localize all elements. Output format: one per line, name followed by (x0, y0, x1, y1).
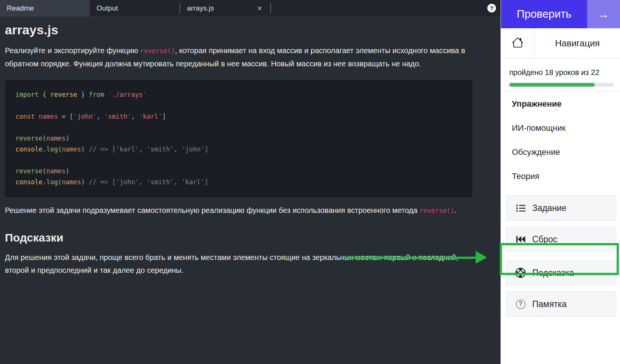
solution-note: Решение этой задачи подразумевает самост… (5, 204, 470, 217)
tab-separator (270, 3, 271, 14)
question-circle-icon: ? (515, 299, 526, 309)
tab-bar: Readme Output arrays.js × ? (0, 0, 501, 17)
tab-arrays-js[interactable]: arrays.js × (180, 0, 270, 16)
inline-code-reverse: reverse() (140, 47, 175, 55)
annotation-arrow-head (476, 251, 487, 264)
page-title: arrays.js (5, 23, 470, 37)
task-description: Реализуйте и экспортируйте функцию rever… (5, 44, 470, 70)
progress-bar-fill (509, 83, 595, 87)
inline-code-reverse: reverse() (419, 207, 454, 214)
home-icon (512, 37, 524, 50)
task-button[interactable]: Задание (506, 196, 616, 220)
hint-button-label: Подсказка (532, 268, 574, 278)
hints-title: Подсказки (5, 231, 470, 244)
home-button[interactable] (501, 28, 535, 58)
annotation-arrow-line (345, 257, 477, 259)
lesson-nav-links: Упражнение ИИ-помощник Обсуждение Теория (501, 92, 620, 181)
life-ring-icon (515, 268, 526, 278)
list-icon (515, 203, 526, 213)
tab-readme[interactable]: Readme (0, 0, 90, 16)
action-buttons: Задание Сброс Подсказка (501, 196, 620, 317)
code-block: import { reverse } from './arrays' const… (5, 80, 472, 197)
tab-output[interactable]: Output (90, 0, 179, 16)
memo-button-label: Памятка (532, 299, 566, 309)
nav-link-discussion[interactable]: Обсуждение (512, 147, 614, 157)
tab-readme-label: Readme (7, 4, 34, 12)
check-button[interactable]: Проверить (501, 0, 587, 28)
reset-button-label: Сброс (532, 234, 557, 245)
task-button-label: Задание (532, 203, 566, 213)
hint-button[interactable]: Подсказка (506, 260, 616, 285)
nav-link-exercise[interactable]: Упражнение (512, 99, 614, 109)
navigation-button[interactable]: Навигация (535, 28, 620, 58)
arrow-right-icon: → (598, 8, 609, 21)
tab-arrays-js-label: arrays.js (187, 4, 214, 12)
nav-link-ai-assistant[interactable]: ИИ-помощник (512, 123, 614, 133)
progress-bar (509, 83, 614, 87)
progress-label: пройдено 18 уроков из 22 (509, 68, 614, 77)
help-icon[interactable]: ? (487, 4, 496, 12)
close-icon[interactable]: × (256, 4, 263, 12)
readme-content: arrays.js Реализуйте и экспортируйте фун… (0, 17, 501, 277)
skip-back-icon (515, 234, 526, 245)
navigation-row: Навигация (501, 28, 620, 58)
tab-output-label: Output (96, 4, 118, 12)
nav-link-theory[interactable]: Теория (512, 171, 614, 181)
memo-button[interactable]: ? Памятка (506, 292, 616, 317)
reset-button[interactable]: Сброс (506, 227, 616, 252)
check-button-row: Проверить → (501, 0, 620, 28)
editor-pane: Readme Output arrays.js × ? arrays.js Ре… (0, 0, 501, 364)
hints-text: Для решения этой задачи, проще всего бра… (5, 251, 470, 277)
sidebar: Проверить → Навигация пройдено 18 уроков… (501, 0, 620, 364)
progress-section: пройдено 18 уроков из 22 (501, 58, 620, 92)
check-button-arrow[interactable]: → (587, 0, 620, 28)
